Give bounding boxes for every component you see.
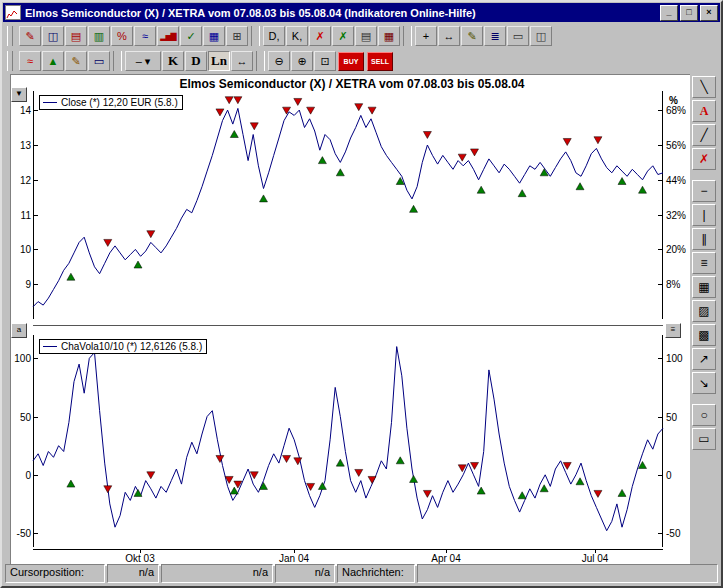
- sell-button[interactable]: SELL: [367, 52, 393, 71]
- legend-line-sample: [43, 102, 57, 103]
- fit-width-icon[interactable]: ↔: [231, 51, 253, 71]
- trendline-tool[interactable]: ╲: [692, 76, 716, 98]
- portfolio-icon[interactable]: ▥: [88, 26, 110, 46]
- line-style-select[interactable]: – ▾: [125, 51, 161, 71]
- k-comma-icon[interactable]: K,: [286, 26, 308, 46]
- sell-signal-marker: [104, 239, 112, 246]
- frame-icon[interactable]: ▭: [88, 51, 110, 71]
- buy-signal-marker: [576, 183, 584, 190]
- daily-chart-button[interactable]: D: [185, 51, 207, 71]
- axis-tick-label-left: 12: [13, 175, 31, 187]
- bar-chart-icon[interactable]: ▂▅▇: [157, 26, 179, 46]
- close-button[interactable]: ×: [700, 5, 718, 21]
- indicator-zigzag-icon[interactable]: ≈: [19, 51, 41, 71]
- arrow-down-tool[interactable]: ↘: [692, 372, 716, 394]
- crosshatch-tool[interactable]: ▩: [692, 324, 716, 346]
- chart-pane-1[interactable]: [33, 91, 663, 319]
- sell-signal-marker: [355, 469, 363, 476]
- arrow-up-tool[interactable]: ↗: [692, 348, 716, 370]
- toolbar-drag-handle[interactable]: [7, 26, 13, 46]
- buy-signal-marker: [576, 478, 584, 485]
- notes-icon[interactable]: ▭: [507, 26, 529, 46]
- quote-list-icon[interactable]: ▤: [65, 26, 87, 46]
- pane1-legend[interactable]: Close (*) 12,20 EUR (5.8.): [39, 95, 183, 110]
- text-tool[interactable]: A: [692, 100, 716, 122]
- buy-signal-marker: [318, 157, 326, 164]
- toolbar-row-2: ≈▲✎▭– ▾KDLn↔⊖⊕⊡BUYSELL: [5, 49, 689, 73]
- buy-signal-marker: [230, 131, 238, 138]
- cascade-windows-icon[interactable]: ⊞: [226, 26, 248, 46]
- news-value: [417, 564, 718, 583]
- buy-signal-marker: [396, 457, 404, 464]
- pane2-legend[interactable]: ChaVola10/10 (*) 12,6126 (5.8.): [39, 339, 207, 354]
- buy-signal-marker: [477, 186, 485, 193]
- green-x-icon[interactable]: ✗: [332, 26, 354, 46]
- pane2-scale-button[interactable]: ≡: [665, 323, 681, 338]
- chart-pane-2[interactable]: [33, 335, 663, 547]
- maximize-button[interactable]: □: [680, 5, 698, 21]
- pen-icon[interactable]: ✎: [461, 26, 483, 46]
- copy-analysis-icon[interactable]: ◫: [42, 26, 64, 46]
- draw-pen-icon[interactable]: ✎: [65, 51, 87, 71]
- pane-divider[interactable]: [33, 325, 663, 326]
- title-bar[interactable]: Elmos Semiconductor (X) / XETRA vom 07.0…: [3, 3, 720, 22]
- minimize-button[interactable]: _: [660, 5, 678, 21]
- check-chart-icon[interactable]: ✓: [180, 26, 202, 46]
- buy-signal-marker: [410, 205, 418, 212]
- buy-signal-marker: [518, 190, 526, 197]
- zoom-out-button[interactable]: ⊖: [268, 51, 290, 71]
- circle-tool[interactable]: ○: [692, 404, 716, 426]
- ray-tool[interactable]: ╱: [692, 124, 716, 146]
- axis-tick-label-left: 13: [13, 140, 31, 152]
- d-comma-icon[interactable]: D,: [263, 26, 285, 46]
- log-scale-button[interactable]: Ln: [208, 51, 230, 71]
- line-chart-icon[interactable]: ≈: [134, 26, 156, 46]
- delete-drawing-tool[interactable]: ✗: [692, 148, 716, 170]
- pan-icon[interactable]: ↔: [438, 26, 460, 46]
- new-analysis-icon[interactable]: ✎: [19, 26, 41, 46]
- sell-signal-marker: [283, 455, 291, 462]
- sell-signal-marker: [471, 462, 479, 469]
- sell-signal-marker: [250, 123, 258, 130]
- buy-signal-marker: [336, 169, 344, 176]
- sell-signal-marker: [471, 149, 479, 156]
- buy-button[interactable]: BUY: [338, 52, 364, 71]
- ellipse-tool[interactable]: ▭: [692, 428, 716, 450]
- news-label: Nachrichten:: [337, 564, 415, 583]
- table-icon[interactable]: ▤: [355, 26, 377, 46]
- toolbar-separator: [251, 26, 260, 46]
- sell-signal-marker: [594, 137, 602, 144]
- crosshair-icon[interactable]: +: [415, 26, 437, 46]
- app-chart-icon: [5, 5, 21, 20]
- sell-signal-marker: [458, 154, 466, 161]
- buy-signal-marker: [336, 459, 344, 466]
- grid-tool[interactable]: ▦: [692, 276, 716, 298]
- data-table-icon[interactable]: ▦: [203, 26, 225, 46]
- signal-triangles-icon[interactable]: ▲: [42, 51, 64, 71]
- scale-dropdown-button[interactable]: ▼: [11, 87, 27, 102]
- sell-signal-marker: [216, 455, 224, 462]
- buy-signal-marker: [518, 492, 526, 499]
- channel-tool[interactable]: ∥: [692, 228, 716, 250]
- hatch-tool[interactable]: ▨: [692, 300, 716, 322]
- zoom-range-button[interactable]: ⊡: [314, 51, 336, 71]
- fibonacci-tool[interactable]: ≡: [692, 252, 716, 274]
- pane1-legend-text: Close (*) 12,20 EUR (5.8.): [61, 97, 178, 108]
- buy-signal-marker: [259, 195, 267, 202]
- red-x-icon[interactable]: ✗: [309, 26, 331, 46]
- axis-tick-label-left: 9: [13, 279, 31, 291]
- chart-canvas[interactable]: Elmos Semiconductor (X) / XETRA vom 07.0…: [10, 74, 694, 566]
- pane2-options-button[interactable]: a: [11, 323, 27, 338]
- zoom-in-button[interactable]: ⊕: [291, 51, 313, 71]
- hline-tool[interactable]: −: [692, 180, 716, 202]
- axis-tick-label-left: 14: [13, 105, 31, 117]
- percent-icon[interactable]: %: [111, 26, 133, 46]
- handbook-icon[interactable]: ≣: [484, 26, 506, 46]
- candle-chart-button[interactable]: K: [162, 51, 184, 71]
- toolbar-drag-handle[interactable]: [7, 51, 13, 71]
- vline-tool[interactable]: |: [692, 204, 716, 226]
- sell-signal-marker: [355, 104, 363, 111]
- layout-icon[interactable]: ◫: [530, 26, 552, 46]
- legend-line-sample: [43, 346, 57, 347]
- calendar-icon[interactable]: ▦: [378, 26, 400, 46]
